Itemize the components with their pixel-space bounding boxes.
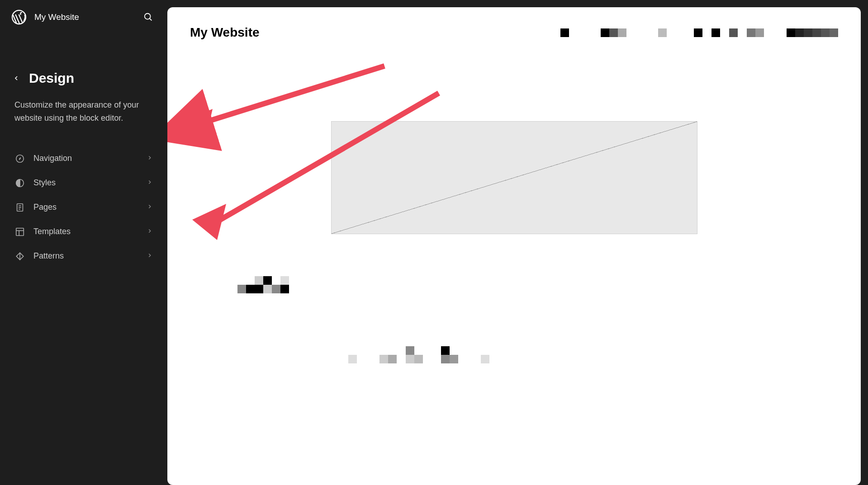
nav-label: Navigation [33,154,138,163]
preview-site-title: My Website [190,25,260,40]
nav-item-templates[interactable]: Templates [14,220,153,244]
design-section: Design Customize the appearance of your … [0,71,167,268]
design-nav-list: Navigation Styles [14,146,153,268]
nav-item-pages[interactable]: Pages [14,195,153,220]
image-placeholder [331,121,697,234]
svg-rect-10 [16,228,24,235]
nav-item-styles[interactable]: Styles [14,171,153,195]
content-placeholder-blocks-2 [348,346,489,363]
back-button[interactable] [11,73,22,84]
nav-label: Templates [33,227,138,236]
content-placeholder-blocks [237,276,289,293]
document-icon [14,202,25,213]
svg-marker-19 [192,204,226,240]
svg-line-2 [150,19,152,21]
svg-marker-17 [185,109,213,138]
nav-label: Pages [33,202,138,212]
chevron-right-icon [147,228,153,236]
preview-nav-placeholder [560,28,838,37]
compass-icon [14,153,25,164]
sidebar-header: My Website [0,0,167,34]
preview-container: My Website [167,0,868,485]
chevron-right-icon [147,179,153,187]
layout-icon [14,226,25,237]
search-button[interactable] [140,9,157,25]
panel-title: Design [29,71,74,86]
site-title[interactable]: My Website [34,12,133,22]
chevron-right-icon [147,203,153,212]
nav-item-navigation[interactable]: Navigation [14,146,153,171]
preview-header: My Website [190,25,838,40]
nav-label: Styles [33,178,138,188]
half-circle-icon [14,178,25,188]
wordpress-logo[interactable] [11,9,27,25]
design-header: Design [14,71,153,86]
nav-item-patterns[interactable]: Patterns [14,244,153,268]
chevron-right-icon [147,155,153,163]
svg-marker-4 [19,157,21,160]
editor-sidebar: My Website Design Customize the appearan… [0,0,167,485]
chevron-right-icon [147,252,153,260]
panel-description: Customize the appearance of your website… [14,99,153,125]
svg-line-16 [197,66,384,125]
svg-point-1 [145,14,151,19]
nav-label: Patterns [33,251,138,261]
site-preview[interactable]: My Website [167,7,861,485]
diamond-icon [14,251,25,262]
